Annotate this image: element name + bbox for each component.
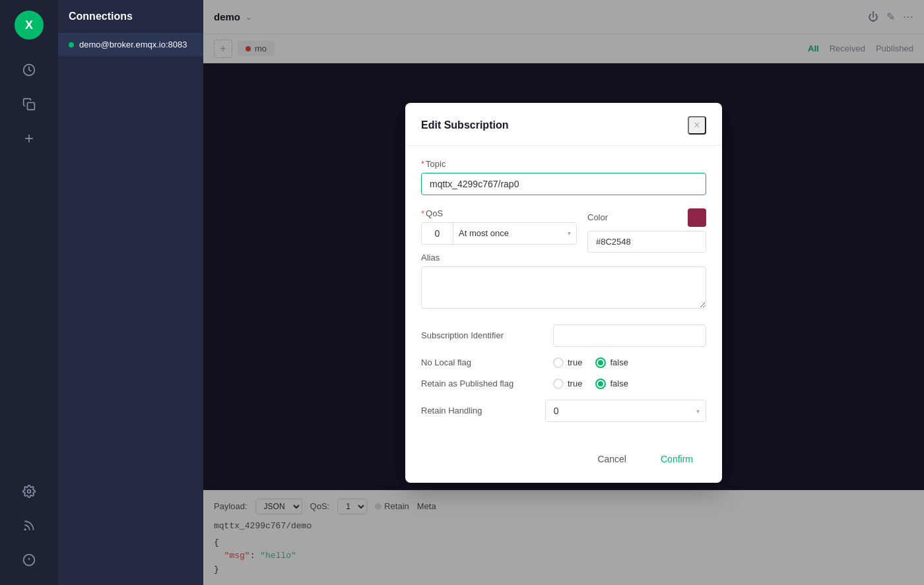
retain-pub-flag-row: Retain as Published flag true false xyxy=(421,379,706,389)
connection-item[interactable]: demo@broker.emqx.io:8083 xyxy=(58,33,203,56)
retain-pub-options: true false xyxy=(553,379,628,389)
color-swatch[interactable] xyxy=(688,208,706,227)
alias-textarea[interactable] xyxy=(421,266,706,309)
no-local-flag-row: No Local flag true false xyxy=(421,357,706,368)
content-area: demo ⌄ ⏻ ✎ ⋯ + mo All Received Published xyxy=(203,0,924,585)
svg-rect-1 xyxy=(28,103,35,110)
cancel-button[interactable]: Cancel xyxy=(584,448,640,470)
qos-input-group: At most once At least once Exactly once … xyxy=(421,222,577,245)
topic-input[interactable] xyxy=(421,173,706,195)
sub-id-row: Subscription Identifier xyxy=(421,324,706,347)
left-panel: Connections demo@broker.emqx.io:8083 xyxy=(58,0,203,585)
modal-header: Edit Subscription × xyxy=(405,103,722,146)
svg-point-5 xyxy=(24,529,26,530)
info-icon[interactable] xyxy=(15,545,44,574)
sub-id-input[interactable] xyxy=(553,324,706,347)
qos-color-row: *QoS At most once At least once Exactly … xyxy=(421,208,706,253)
edit-subscription-modal: Edit Subscription × *Topic *QoS xyxy=(405,103,722,483)
retain-pub-true-radio[interactable] xyxy=(553,379,564,389)
modal-footer: Cancel Confirm xyxy=(405,448,722,483)
topic-label: *Topic xyxy=(421,159,706,169)
retain-pub-label: Retain as Published flag xyxy=(421,379,553,388)
retain-handling-select[interactable]: 0 1 2 xyxy=(545,400,706,422)
connection-status-dot xyxy=(69,42,74,47)
modal-body: *Topic *QoS At most o xyxy=(405,146,722,448)
no-local-true-radio[interactable] xyxy=(553,357,564,368)
modal-close-button[interactable]: × xyxy=(688,116,706,135)
modal-title: Edit Subscription xyxy=(421,119,508,131)
alias-field-group: Alias xyxy=(421,253,706,311)
modal-overlay: Edit Subscription × *Topic *QoS xyxy=(203,0,924,585)
svg-point-4 xyxy=(28,490,31,493)
no-local-true-option[interactable]: true xyxy=(553,357,582,368)
color-label: Color xyxy=(587,212,608,222)
retain-handling-label: Retain Handling xyxy=(421,406,545,416)
qos-col: *QoS At most once At least once Exactly … xyxy=(421,208,577,245)
color-col: Color ↻ xyxy=(587,208,706,253)
topic-field-group: *Topic xyxy=(421,159,706,195)
retain-pub-false-radio[interactable] xyxy=(595,379,606,389)
no-local-false-radio[interactable] xyxy=(595,357,606,368)
connections-icon[interactable] xyxy=(15,55,44,84)
color-input-group: ↻ xyxy=(587,231,706,253)
qos-label: *QoS xyxy=(421,208,577,218)
no-local-false-option[interactable]: false xyxy=(595,357,628,368)
add-connection-icon[interactable] xyxy=(15,124,44,153)
sidebar: X xyxy=(0,0,58,585)
alias-label: Alias xyxy=(421,253,706,262)
color-text-input[interactable] xyxy=(593,231,706,252)
retain-pub-true-option[interactable]: true xyxy=(553,379,582,389)
no-local-options: true false xyxy=(553,357,628,368)
qos-number-input[interactable] xyxy=(422,223,453,244)
sub-id-label: Subscription Identifier xyxy=(421,330,553,340)
qos-select[interactable]: At most once At least once Exactly once xyxy=(453,223,576,243)
feed-icon[interactable] xyxy=(15,511,44,540)
copy-icon[interactable] xyxy=(15,90,44,119)
settings-icon[interactable] xyxy=(15,477,44,506)
retain-handling-select-wrapper: 0 1 2 ▾ xyxy=(545,400,706,422)
retain-handling-row: Retain Handling 0 1 2 ▾ xyxy=(421,400,706,422)
confirm-button[interactable]: Confirm xyxy=(647,448,706,470)
app-logo[interactable]: X xyxy=(15,11,44,40)
retain-pub-false-option[interactable]: false xyxy=(595,379,628,389)
connections-title: Connections xyxy=(58,11,203,33)
no-local-label: No Local flag xyxy=(421,357,553,367)
